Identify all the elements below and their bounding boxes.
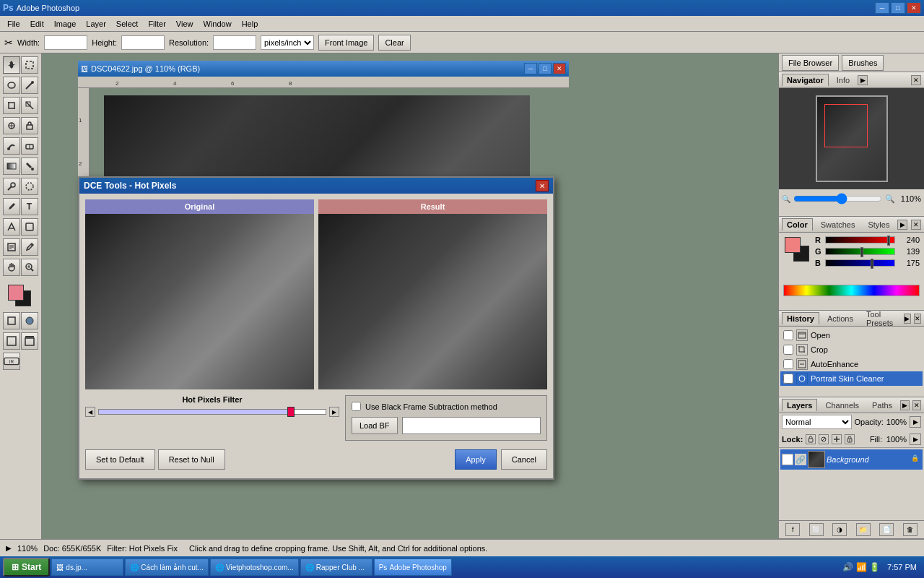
history-brush-tool[interactable]: [3, 137, 20, 155]
fg-color-box[interactable]: [785, 237, 801, 253]
layer-item-background[interactable]: 👁 🔗 Background 🔒: [780, 449, 923, 470]
color-spectrum-bar[interactable]: [783, 285, 920, 296]
quick-mask-btn[interactable]: [21, 312, 38, 329]
tab-info[interactable]: Info: [832, 74, 855, 87]
taskbar-rapper[interactable]: 🌐 Rapper Club ...: [300, 558, 372, 576]
screen-mode-btn[interactable]: [3, 332, 20, 350]
color-g-slider[interactable]: [825, 248, 895, 255]
resolution-input[interactable]: [213, 35, 256, 50]
file-browser-btn[interactable]: File Browser: [782, 55, 839, 71]
eraser-tool[interactable]: [21, 137, 38, 155]
stamp-tool[interactable]: [21, 117, 38, 134]
new-fill-layer-btn[interactable]: ◑: [832, 523, 847, 536]
navigator-close-btn[interactable]: ✕: [911, 75, 921, 85]
color-b-slider[interactable]: [825, 259, 895, 267]
menu-layer[interactable]: Layer: [82, 18, 110, 30]
layer-style-btn[interactable]: f: [785, 523, 800, 536]
layer-mask-btn[interactable]: ⬜: [809, 523, 824, 536]
hand-tool[interactable]: [3, 259, 20, 276]
menu-filter[interactable]: Filter: [144, 18, 170, 30]
layer-eye-background[interactable]: 👁: [782, 454, 793, 465]
blend-mode-select[interactable]: Normal: [782, 415, 852, 429]
marquee-tool[interactable]: [21, 56, 38, 74]
dodge-tool[interactable]: [3, 178, 20, 195]
crop-tool[interactable]: [3, 97, 20, 114]
zoom-slider[interactable]: [793, 193, 882, 204]
move-tool[interactable]: [3, 56, 20, 74]
layer-link-background[interactable]: 🔗: [795, 454, 806, 465]
color-close-btn[interactable]: ✕: [911, 220, 921, 230]
magic-wand-tool[interactable]: [21, 77, 38, 94]
clear-btn[interactable]: Clear: [378, 35, 410, 51]
tab-channels[interactable]: Channels: [820, 399, 863, 412]
tab-history[interactable]: History: [782, 312, 819, 324]
reset-null-btn[interactable]: Reset to Null: [158, 449, 225, 470]
lock-transparency-btn[interactable]: [806, 434, 816, 444]
lock-position-btn[interactable]: [832, 434, 842, 444]
filter-arrow-left-btn[interactable]: ◀: [85, 407, 95, 417]
minimize-btn[interactable]: ─: [875, 2, 889, 14]
start-button[interactable]: ⊞ Start: [3, 558, 50, 577]
bf-path-input[interactable]: [402, 417, 541, 434]
history-close-btn[interactable]: ✕: [914, 314, 921, 324]
history-item-crop[interactable]: Crop: [780, 342, 923, 357]
maximize-btn[interactable]: □: [891, 2, 905, 14]
photo-minimize-btn[interactable]: ─: [524, 63, 537, 74]
text-tool[interactable]: T: [21, 198, 38, 215]
full-screen-btn[interactable]: [21, 332, 38, 350]
brushes-btn[interactable]: Brushes: [842, 55, 884, 71]
foreground-color-swatch[interactable]: [8, 285, 24, 301]
menu-select[interactable]: Select: [112, 18, 143, 30]
tab-actions[interactable]: Actions: [822, 312, 858, 325]
apply-btn[interactable]: Apply: [455, 449, 497, 470]
photo-maximize-btn[interactable]: □: [539, 63, 552, 74]
cancel-btn[interactable]: Cancel: [501, 449, 547, 470]
gradient-tool[interactable]: [3, 158, 20, 175]
filter-arrow-right-btn[interactable]: ▶: [329, 407, 339, 417]
fill-arrow-btn[interactable]: ▶: [910, 434, 921, 445]
load-bf-btn[interactable]: Load BF: [352, 417, 398, 434]
tab-color[interactable]: Color: [782, 218, 813, 230]
zoom-out-icon[interactable]: 🔍: [782, 195, 790, 203]
eyedropper-tool[interactable]: [21, 238, 38, 256]
title-bar-controls[interactable]: ─ □ ✕: [875, 2, 921, 14]
menu-view[interactable]: View: [172, 18, 198, 30]
navigator-expand-btn[interactable]: ▶: [858, 75, 868, 85]
color-r-slider[interactable]: [825, 236, 895, 243]
width-input[interactable]: [44, 35, 87, 50]
heal-tool[interactable]: [3, 117, 20, 134]
taskbar-ds[interactable]: 🖼 ds.jp...: [51, 558, 123, 576]
taskbar-viet[interactable]: 🌐 Vietphotoshop.com...: [210, 558, 299, 576]
tab-layers[interactable]: Layers: [782, 399, 817, 411]
lasso-tool[interactable]: [3, 77, 20, 94]
tab-tool-presets[interactable]: Tool Presets: [861, 311, 901, 329]
menu-file[interactable]: File: [3, 18, 25, 30]
zoom-in-icon[interactable]: 🔍: [885, 194, 895, 204]
layers-close-btn[interactable]: ✕: [912, 400, 921, 410]
history-checkbox-portrait-skin[interactable]: [783, 374, 793, 384]
taskbar-cach[interactable]: 🌐 Cách làm ảnh cut...: [125, 558, 209, 576]
zoom-tool[interactable]: [21, 259, 38, 276]
history-item-open[interactable]: Open: [780, 328, 923, 342]
opacity-arrow-btn[interactable]: ▶: [910, 416, 921, 428]
pen-tool[interactable]: [3, 198, 20, 215]
menu-window[interactable]: Window: [199, 18, 236, 30]
menu-help[interactable]: Help: [237, 18, 263, 30]
menu-edit[interactable]: Edit: [26, 18, 48, 30]
notes-tool[interactable]: [3, 238, 20, 256]
history-expand-btn[interactable]: ▶: [904, 314, 911, 324]
path-selection-tool[interactable]: [3, 218, 20, 236]
lock-all-btn[interactable]: [845, 434, 855, 444]
tab-navigator[interactable]: Navigator: [782, 74, 829, 86]
taskbar-photoshop[interactable]: Ps Adobe Photoshop: [374, 558, 452, 576]
front-image-btn[interactable]: Front Image: [318, 35, 374, 51]
tab-swatches[interactable]: Swatches: [816, 218, 860, 231]
dce-dialog-close-btn[interactable]: ✕: [536, 180, 549, 191]
tab-styles[interactable]: Styles: [863, 218, 894, 231]
tab-paths[interactable]: Paths: [867, 399, 897, 412]
lock-image-btn[interactable]: [819, 434, 829, 444]
black-frame-checkbox[interactable]: [352, 402, 361, 411]
blur-tool[interactable]: [21, 178, 38, 195]
new-group-btn[interactable]: 📁: [856, 523, 871, 536]
delete-layer-btn[interactable]: 🗑: [903, 523, 918, 536]
